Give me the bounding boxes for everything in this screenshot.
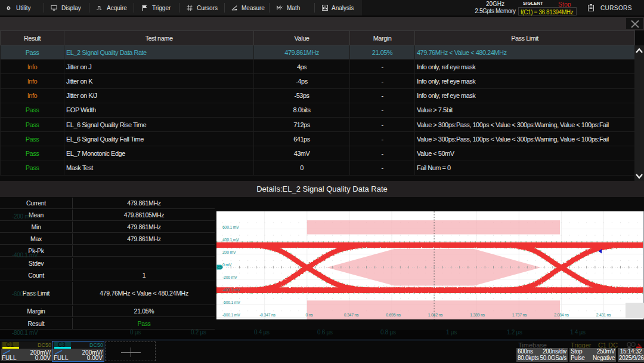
svg-text:400.1 mV: 400.1 mV	[222, 238, 239, 242]
svg-text:1.737 ns: 1.737 ns	[512, 313, 527, 317]
svg-text:0.695 ns: 0.695 ns	[386, 313, 401, 317]
svg-text:0.347 ns: 0.347 ns	[344, 313, 359, 317]
svg-text:1.389 ns: 1.389 ns	[470, 313, 485, 317]
svg-text:1.042 ns: 1.042 ns	[428, 313, 443, 317]
svg-text:-200 mV: -200 mV	[222, 275, 237, 279]
svg-text:C3: C3	[218, 266, 222, 269]
svg-text:2.431 ns: 2.431 ns	[596, 313, 611, 317]
svg-text:200 mV: 200 mV	[222, 250, 236, 254]
svg-text:2.084 ns: 2.084 ns	[554, 313, 569, 317]
svg-text:-800.1 mV: -800.1 mV	[222, 313, 240, 317]
svg-text:-400.1 mV: -400.1 mV	[222, 288, 240, 292]
svg-text:0 mV: 0 mV	[222, 263, 232, 267]
svg-text:0 ns: 0 ns	[305, 313, 313, 317]
svg-text:-0.347 ns: -0.347 ns	[259, 313, 275, 317]
svg-text:600.1 mV: 600.1 mV	[222, 225, 239, 229]
svg-text:-600.1 mV: -600.1 mV	[222, 300, 240, 304]
